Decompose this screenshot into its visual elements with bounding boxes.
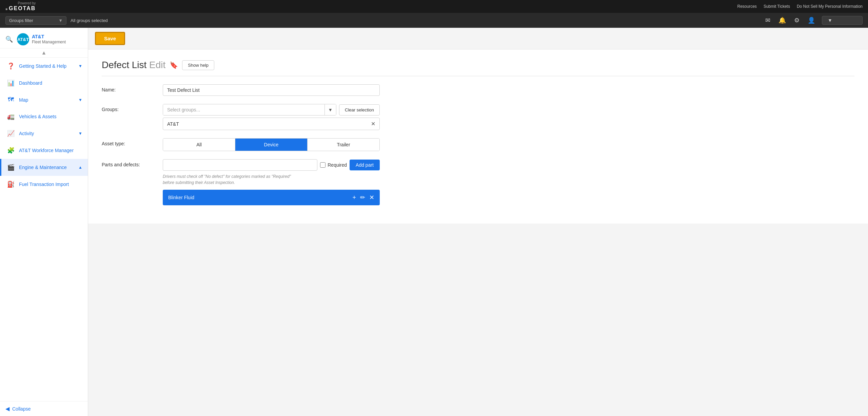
asset-type-label: Asset type:: [102, 138, 156, 146]
brand-area: Powered by ■GEOTAB: [5, 1, 36, 12]
groups-filter-label: Groups filter: [9, 18, 33, 23]
sidebar-item-workforce[interactable]: 🧩 AT&T Workforce Manager: [0, 142, 88, 159]
groups-select[interactable]: Select groups...: [163, 104, 324, 115]
clear-selection-button[interactable]: Clear selection: [339, 104, 380, 116]
required-check-label: Required: [320, 162, 347, 168]
page-title: Defect List Edit: [102, 60, 165, 70]
groups-filter-dropdown[interactable]: Groups filter ▼: [5, 16, 66, 25]
name-input[interactable]: [163, 84, 380, 96]
dashboard-label: Dashboard: [19, 80, 82, 86]
sidebar-scroll-up: ▲: [0, 48, 88, 58]
user-icon-button[interactable]: 👤: [806, 15, 816, 25]
top-nav-links: Resources Submit Tickets Do Not Sell My …: [737, 4, 863, 9]
att-tag-remove-button[interactable]: ✕: [371, 121, 375, 127]
dashboard-icon: 📊: [7, 79, 15, 87]
sidebar-item-dashboard[interactable]: 📊 Dashboard: [0, 75, 88, 91]
sidebar-scroll-up-button[interactable]: ▲: [41, 50, 47, 56]
asset-type-row: Asset type: All Device Trailer: [102, 138, 854, 151]
page-title-text: Defect List: [102, 60, 146, 70]
groups-selected-text: All groups selected: [71, 18, 108, 23]
fuel-icon: ⛽: [7, 181, 15, 188]
sidebar-collapse[interactable]: ◀ Collapse: [0, 401, 88, 416]
sidebar: 🔍 AT&T AT&T Fleet Management ▲ ❓ Getting…: [0, 28, 88, 416]
sidebar-item-fuel[interactable]: ⛽ Fuel Transaction Import: [0, 176, 88, 193]
parts-hint-line2: before submitting their Asset Inspection…: [163, 180, 235, 185]
show-help-button[interactable]: Show help: [182, 60, 214, 70]
map-icon: 🗺: [7, 96, 15, 103]
sidebar-item-map[interactable]: 🗺 Map ▼: [0, 91, 88, 108]
groups-input-row: Select groups... ▼ Clear selection: [163, 104, 380, 116]
parts-row: Parts and defects: Required Add part Dri…: [102, 159, 854, 205]
groups-label: Groups:: [102, 104, 156, 112]
groups-field: Select groups... ▼ Clear selection AT&T …: [163, 104, 380, 130]
att-tag: AT&T ✕: [163, 118, 380, 130]
workforce-label: AT&T Workforce Manager: [19, 148, 82, 153]
sidebar-header: 🔍 AT&T AT&T Fleet Management: [0, 28, 88, 48]
brand-logo: AT&T AT&T Fleet Management: [17, 33, 66, 45]
fuel-label: Fuel Transaction Import: [19, 182, 82, 187]
parts-field: Required Add part Drivers must check off…: [163, 159, 380, 205]
sidebar-item-engine[interactable]: 🎬 Engine & Maintenance ▲: [0, 159, 88, 176]
engine-label: Engine & Maintenance: [19, 165, 74, 170]
getting-started-chevron: ▼: [78, 64, 82, 68]
asset-type-all-button[interactable]: All: [163, 139, 235, 151]
page-title-row: Defect List Edit 🔖 Show help: [102, 60, 854, 76]
collapse-label: Collapse: [12, 406, 31, 412]
sidebar-item-vehicles[interactable]: 🚛 Vehicles & Assets: [0, 108, 88, 125]
collapse-icon: ◀: [5, 405, 9, 412]
parts-hint-line1: Drivers must check off "No defect" for c…: [163, 174, 291, 179]
groups-filter-chevron: ▼: [58, 18, 63, 23]
mail-icon-button[interactable]: ✉: [764, 15, 772, 25]
brand-icon: AT&T: [17, 33, 29, 45]
do-not-sell-link[interactable]: Do Not Sell My Personal Information: [797, 4, 863, 9]
required-checkbox[interactable]: [320, 162, 326, 168]
parts-input-row: Required Add part: [163, 159, 380, 171]
part-item-edit-button[interactable]: ✏: [360, 194, 365, 201]
getting-started-label: Getting Started & Help: [19, 63, 74, 69]
part-item-label: Blinker Fluid: [168, 195, 194, 200]
groups-bar-right: ✉ 🔔 ⚙ 👤 ▼: [764, 15, 863, 25]
parts-hint: Drivers must check off "No defect" for c…: [163, 173, 380, 186]
asset-type-trailer-button[interactable]: Trailer: [308, 139, 379, 151]
user-menu-dropdown[interactable]: ▼: [822, 16, 863, 25]
activity-icon: 📈: [7, 130, 15, 137]
bell-icon-button[interactable]: 🔔: [777, 15, 787, 25]
map-label: Map: [19, 97, 74, 103]
geotab-logo: Powered by ■GEOTAB: [5, 1, 36, 12]
getting-started-icon: ❓: [7, 62, 15, 70]
settings-icon-button[interactable]: ⚙: [793, 15, 801, 25]
parts-label: Parts and defects:: [102, 159, 156, 167]
add-part-button[interactable]: Add part: [350, 160, 380, 170]
save-toolbar: Save: [88, 28, 868, 49]
name-field-row: Name:: [102, 84, 854, 96]
sidebar-nav: ❓ Getting Started & Help ▼ 📊 Dashboard 🗺…: [0, 58, 88, 401]
form-container: Defect List Edit 🔖 Show help Name: Group…: [88, 49, 868, 224]
engine-icon: 🎬: [7, 164, 15, 171]
part-item-add-button[interactable]: +: [352, 194, 356, 201]
part-item-delete-button[interactable]: ✕: [369, 194, 374, 201]
brand-name: AT&T Fleet Management: [32, 34, 66, 44]
parts-text-input[interactable]: [163, 159, 317, 171]
sidebar-search-icon[interactable]: 🔍: [5, 36, 13, 43]
sidebar-item-getting-started[interactable]: ❓ Getting Started & Help ▼: [0, 58, 88, 75]
logo-text: ■GEOTAB: [5, 5, 36, 12]
user-menu-chevron: ▼: [828, 18, 832, 23]
submit-tickets-link[interactable]: Submit Tickets: [764, 4, 790, 9]
page-subtitle-text: Edit: [149, 60, 165, 70]
sidebar-item-activity[interactable]: 📈 Activity ▼: [0, 125, 88, 142]
asset-type-field: All Device Trailer: [163, 138, 380, 151]
resources-link[interactable]: Resources: [737, 4, 757, 9]
required-label-text: Required: [328, 162, 347, 168]
groups-dropdown-button[interactable]: ▼: [324, 104, 336, 115]
name-label: Name:: [102, 84, 156, 92]
asset-type-group: All Device Trailer: [163, 138, 380, 151]
groups-field-row: Groups: Select groups... ▼ Clear selecti…: [102, 104, 854, 130]
content-area: Save Defect List Edit 🔖 Show help Name:: [88, 28, 868, 416]
save-button[interactable]: Save: [95, 32, 125, 45]
asset-type-device-button[interactable]: Device: [235, 139, 308, 151]
groups-bar: Groups filter ▼ All groups selected ✉ 🔔 …: [0, 13, 868, 28]
brand-sub: Fleet Management: [32, 40, 66, 44]
map-chevron: ▼: [78, 98, 82, 102]
part-item-blinker: Blinker Fluid + ✏ ✕: [163, 190, 380, 205]
bookmark-icon[interactable]: 🔖: [170, 61, 178, 69]
